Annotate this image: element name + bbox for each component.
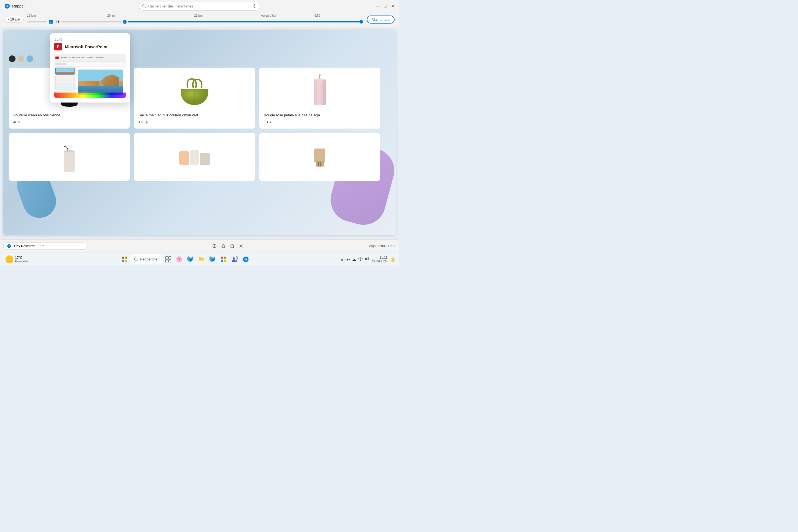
tray-network-icon[interactable] (345, 256, 350, 262)
product-img-6 (264, 137, 376, 176)
title-bar-left: Rappel (4, 3, 24, 9)
product-img-2 (138, 72, 250, 111)
popup-header: P Microsoft PowerPoint (54, 43, 126, 51)
powerpoint-icon: P (54, 43, 62, 51)
recall-active-tab[interactable]: Trey Research... ••• (3, 243, 87, 250)
product-card-6[interactable] (259, 133, 380, 180)
maximize-button[interactable]: □ (383, 4, 387, 8)
settings-icon (239, 244, 243, 248)
svg-point-16 (319, 74, 321, 76)
search-taskbar-btn[interactable]: Rechercher (131, 254, 162, 264)
product-price-2: 190 $ (138, 120, 250, 124)
window-controls: — □ ✕ (376, 4, 395, 8)
tab-more-btn[interactable]: ••• (40, 244, 44, 248)
popup-app-name: Microsoft PowerPoint (65, 44, 108, 49)
timeline-date-2: 20 juin (107, 14, 116, 17)
timeline-nav-back[interactable]: ‹ 19 juin (4, 16, 23, 23)
recall-delete-btn[interactable] (228, 242, 236, 250)
svg-rect-49 (122, 260, 124, 262)
ppt-slide-preview: FichierAccueilInsertionCréationTransitio… (54, 54, 126, 98)
svg-rect-23 (200, 153, 210, 165)
recall-copy-btn[interactable] (220, 242, 227, 250)
recall-actions (211, 242, 245, 250)
svg-rect-43 (231, 245, 233, 248)
main-content: Trey Research ✕ + — □ ✕ ‹ › ↻ http://www… (0, 26, 399, 238)
system-clock[interactable]: 11:11 22-06-2024 (372, 256, 388, 263)
product-title-1: Bouteille d'eau en obsidienne (13, 113, 125, 118)
now-button[interactable]: Maintenant (367, 16, 395, 23)
svg-rect-19 (64, 151, 75, 172)
color-swatch-beige[interactable] (18, 55, 24, 62)
svg-text:P: P (57, 45, 59, 49)
product-title-2: Sac à main en cuir couleur citron vert (138, 113, 250, 118)
microphone-icon (252, 4, 257, 8)
search-input[interactable] (148, 4, 250, 8)
svg-rect-50 (125, 260, 127, 262)
tray-wifi-icon[interactable] (358, 256, 363, 262)
svg-point-61 (233, 258, 235, 260)
search-taskbar-icon (134, 257, 138, 262)
timeline-bar: ‹ 19 juin 19 juin 20 juin 21 juin Aujour… (0, 12, 399, 26)
recall-settings-btn[interactable] (237, 242, 245, 250)
close-button[interactable]: ✕ (391, 4, 395, 8)
product-card-3[interactable]: Bougie rose pétale à la cire de soja 10 … (259, 68, 380, 129)
svg-rect-56 (169, 260, 171, 262)
recall-logo (4, 3, 10, 9)
svg-point-67 (360, 260, 361, 261)
svg-rect-53 (166, 256, 168, 259)
recall-eyedrop-btn[interactable] (211, 242, 218, 250)
svg-rect-17 (314, 79, 326, 105)
timeline-cursor[interactable]: e (122, 19, 127, 24)
edge-taskbar-btn[interactable] (185, 254, 195, 264)
app-title: Rappel (12, 4, 24, 8)
tray-icons: ∧ ☁ (340, 256, 370, 262)
svg-point-46 (240, 245, 242, 247)
svg-point-18 (314, 78, 326, 81)
svg-rect-5 (254, 4, 255, 6)
product-card-4[interactable] (9, 133, 130, 180)
notification-icon[interactable]: 🔔 (390, 256, 396, 262)
svg-rect-54 (169, 256, 171, 259)
ppt-slide-content: Lorem ipsum dolor sit amet (78, 70, 123, 95)
product-img-4 (13, 137, 125, 176)
svg-rect-42 (222, 245, 225, 248)
timeline-date-5: 9:50 (315, 14, 320, 17)
popup-thumbnail: FichierAccueilInsertionCréationTransitio… (54, 54, 126, 98)
svg-point-2 (7, 5, 8, 7)
store-btn[interactable] (218, 254, 229, 264)
taskbar-right: ∧ ☁ (340, 256, 396, 263)
taskbar-center: Rechercher 🌸 (31, 254, 339, 264)
file-explorer-btn[interactable] (196, 254, 206, 264)
svg-text:e: e (50, 21, 52, 23)
product-card-5[interactable] (134, 133, 255, 180)
tray-expand-btn[interactable]: ∧ (340, 256, 344, 262)
minimize-button[interactable]: — (376, 4, 380, 8)
product-card-2[interactable]: Sac à main en cuir couleur citron vert 1… (134, 68, 255, 129)
weather-sun-icon (5, 255, 13, 263)
edge-taskbar-btn-2[interactable] (208, 254, 217, 264)
product-price-1: 40 $ (13, 120, 125, 124)
start-button[interactable] (119, 254, 129, 264)
tray-volume-icon[interactable] (364, 256, 370, 262)
copy-icon (221, 244, 226, 248)
weather-text: 17°C Ensoleillé (15, 256, 28, 263)
weather-widget[interactable]: 17°C Ensoleillé (3, 254, 30, 264)
svg-point-20 (64, 150, 75, 152)
widgets-button[interactable]: 🌸 (174, 254, 184, 264)
color-swatch-blue[interactable] (26, 55, 33, 62)
title-bar: Rappel — □ ✕ (0, 0, 399, 12)
svg-line-52 (137, 260, 138, 261)
recall-taskbar-btn[interactable] (241, 254, 251, 264)
svg-rect-47 (122, 256, 124, 259)
taskview-button[interactable] (163, 254, 173, 264)
search-bar[interactable] (138, 2, 261, 11)
trash-icon (230, 244, 234, 248)
tray-cloud-icon[interactable]: ☁ (352, 256, 357, 262)
svg-rect-21 (179, 151, 189, 165)
product-title-3: Bougie rose pétale à la cire de soja (264, 113, 376, 118)
svg-marker-68 (365, 257, 367, 261)
color-swatch-black[interactable] (9, 55, 16, 62)
product-img-3 (264, 72, 376, 111)
teams-btn[interactable] (230, 254, 240, 264)
recall-datetime: Aujourd'hui, 11:11 (369, 244, 396, 248)
